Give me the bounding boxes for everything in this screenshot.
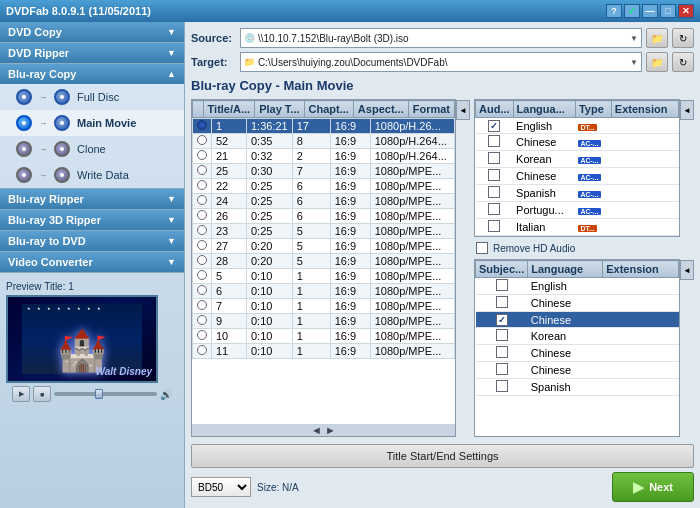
table-row[interactable]: 220:25616:91080p/MPE...: [193, 179, 455, 194]
subtitle-row[interactable]: English: [476, 278, 679, 295]
audio-row[interactable]: Portugu... AC-...: [476, 202, 679, 219]
sidebar-header-dvd-ripper[interactable]: DVD Ripper ▼: [0, 43, 184, 63]
horiz-scroll-indicator[interactable]: ◄ ►: [192, 424, 455, 436]
audio-expand-arrow[interactable]: ◄: [680, 100, 694, 120]
source-dropdown-arrow[interactable]: ▼: [630, 34, 638, 43]
source-folder-btn[interactable]: 📁: [646, 28, 668, 48]
format-select[interactable]: BD50 BD25 BD5: [191, 477, 251, 497]
sidebar-item-main-movie[interactable]: → Main Movie: [0, 110, 184, 136]
target-dropdown-arrow[interactable]: ▼: [630, 58, 638, 67]
sidebar-header-bluray-copy[interactable]: Blu-ray Copy ▲: [0, 64, 184, 84]
col-format[interactable]: Format: [408, 101, 454, 118]
table-row[interactable]: 250:30716:91080p/MPE...: [193, 164, 455, 179]
col-aspect[interactable]: Aspect...: [353, 101, 408, 118]
radio-unchecked: [197, 135, 207, 145]
sidebar-header-video-converter[interactable]: Video Converter ▼: [0, 252, 184, 272]
remove-hd-checkbox[interactable]: [476, 242, 488, 254]
stop-button[interactable]: ■: [33, 386, 51, 402]
audio-lang: Chinese: [513, 134, 575, 151]
sidebar-video-converter-arrow: ▼: [167, 257, 176, 267]
minimize-btn[interactable]: —: [642, 4, 658, 18]
subtitle-row[interactable]: Spanish: [476, 379, 679, 396]
audio-type: AC-...: [575, 168, 611, 185]
table-row[interactable]: 60:10116:91080p/MPE...: [193, 284, 455, 299]
sidebar-section-bluray-copy: Blu-ray Copy ▲ → Full Disc → Main Movie …: [0, 64, 184, 189]
audio-check-cell[interactable]: ✓: [476, 118, 514, 134]
table-row[interactable]: 280:20516:91080p/MPE...: [193, 254, 455, 269]
stars-decoration: ★★★ ★★★ ★★: [27, 306, 137, 311]
table-row[interactable]: 240:25616:91080p/MPE...: [193, 194, 455, 209]
subtitle-row[interactable]: Korean: [476, 328, 679, 345]
subtitle-row[interactable]: Chinese: [476, 362, 679, 379]
check-btn[interactable]: ✓: [624, 4, 640, 18]
radio-cell[interactable]: [193, 119, 212, 134]
col-audio-ext[interactable]: Extension: [611, 101, 678, 118]
title-settings-button[interactable]: Title Start/End Settings: [191, 444, 694, 468]
sidebar-header-bluray-3d[interactable]: Blu-ray 3D Ripper ▼: [0, 210, 184, 230]
table-row[interactable]: 100:10116:91080p/MPE...: [193, 329, 455, 344]
audio-checkbox: [488, 169, 500, 181]
table-row[interactable]: 270:20516:91080p/MPE...: [193, 239, 455, 254]
subtitle-panel: Subjec... Language Extension English: [474, 259, 694, 437]
left-table-container: Title/A... Play T... Chapt... Aspect... …: [191, 99, 456, 437]
target-row: Target: 📁 C:\Users\huiying.zou\Documents…: [191, 52, 694, 72]
audio-row[interactable]: Spanish AC-...: [476, 185, 679, 202]
sidebar-item-write-data[interactable]: → Write Data: [0, 162, 184, 188]
play-button[interactable]: ▶: [12, 386, 30, 402]
col-chapters[interactable]: Chapt...: [304, 101, 353, 118]
target-refresh-btn[interactable]: ↻: [672, 52, 694, 72]
target-folder-btn[interactable]: 📁: [646, 52, 668, 72]
col-audio-type[interactable]: Type: [575, 101, 611, 118]
table-row[interactable]: 210:32216:91080p/H.264...: [193, 149, 455, 164]
table-row[interactable]: 70:10116:91080p/MPE...: [193, 299, 455, 314]
table-row[interactable]: 520:35816:91080p/H.264...: [193, 134, 455, 149]
sidebar-header-dvd-copy[interactable]: DVD Copy ▼: [0, 22, 184, 42]
subtitle-row[interactable]: ✓ Chinese: [476, 312, 679, 328]
col-sub-lang[interactable]: Language: [528, 261, 603, 278]
sidebar-item-full-disc[interactable]: → Full Disc: [0, 84, 184, 110]
seek-slider[interactable]: [54, 392, 157, 396]
sidebar-item-clone[interactable]: → Clone: [0, 136, 184, 162]
title-table-header: Title/A... Play T... Chapt... Aspect... …: [192, 100, 455, 118]
sub-ext: [603, 278, 679, 295]
audio-row[interactable]: Italian DT...: [476, 219, 679, 236]
audio-row[interactable]: Korean AC-...: [476, 151, 679, 168]
table-row[interactable]: 1 1:36:21 17 16:9 1080p/H.26...: [193, 119, 455, 134]
main-movie-arrow-icon: →: [39, 119, 47, 128]
sub-expand-arrow[interactable]: ◄: [680, 260, 694, 280]
audio-row[interactable]: Chinese AC-...: [476, 168, 679, 185]
audio-type: AC-...: [575, 185, 611, 202]
maximize-btn[interactable]: □: [660, 4, 676, 18]
sidebar-header-bluray-ripper[interactable]: Blu-ray Ripper ▼: [0, 189, 184, 209]
audio-lang: Chinese: [513, 168, 575, 185]
sidebar-header-bluray-dvd[interactable]: Blu-ray to DVD ▼: [0, 231, 184, 251]
col-audio-lang[interactable]: Langua...: [513, 101, 575, 118]
audio-expand-col: ◄: [680, 99, 694, 237]
left-expand-arrow[interactable]: ◄: [456, 100, 470, 120]
sub-checkbox: ✓: [496, 314, 508, 326]
source-refresh-btn[interactable]: ↻: [672, 28, 694, 48]
table-row[interactable]: 90:10116:91080p/MPE...: [193, 314, 455, 329]
table-row[interactable]: 260:25616:91080p/MPE...: [193, 209, 455, 224]
sub-lang: Chinese: [528, 362, 603, 379]
table-row[interactable]: 50:10116:91080p/MPE...: [193, 269, 455, 284]
subtitle-row[interactable]: Chinese: [476, 295, 679, 312]
table-row[interactable]: 230:25516:91080p/MPE...: [193, 224, 455, 239]
title-table-body[interactable]: 1 1:36:21 17 16:9 1080p/H.26... 520:3581…: [192, 118, 455, 424]
help-btn[interactable]: ?: [606, 4, 622, 18]
col-title[interactable]: Title/A...: [203, 101, 255, 118]
radio-unchecked: [197, 315, 207, 325]
col-sub-ext[interactable]: Extension: [603, 261, 679, 278]
sub-ext: [603, 362, 679, 379]
subtitle-row[interactable]: Chinese: [476, 345, 679, 362]
audio-ext: [611, 118, 678, 134]
sub-lang: Spanish: [528, 379, 603, 396]
close-btn[interactable]: ✕: [678, 4, 694, 18]
table-row[interactable]: 110:10116:91080p/MPE...: [193, 344, 455, 359]
next-button[interactable]: ▶ Next: [612, 472, 694, 502]
audio-row[interactable]: Chinese AC-...: [476, 134, 679, 151]
sidebar-section-video-converter: Video Converter ▼: [0, 252, 184, 273]
audio-row[interactable]: ✓ English DT...: [476, 118, 679, 134]
title-table-head: Title/A... Play T... Chapt... Aspect... …: [192, 100, 455, 118]
col-playtime[interactable]: Play T...: [255, 101, 304, 118]
